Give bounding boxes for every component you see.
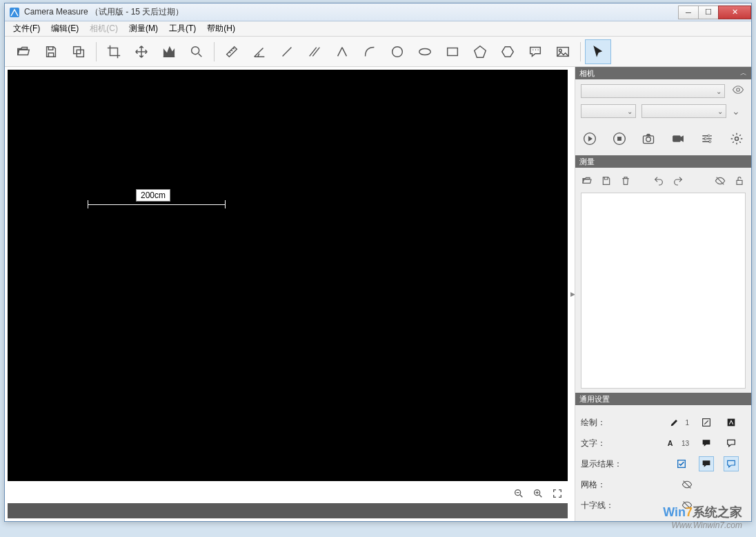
app-window: Camera Measure （试用版 - 15 天后过期） ─ ☐ ✕ 文件(…: [4, 3, 752, 522]
zoom-button[interactable]: [183, 39, 210, 64]
text-bubble-outline-button[interactable]: [724, 436, 739, 451]
close-button[interactable]: ✕: [718, 6, 751, 19]
zoom-out-button[interactable]: [513, 487, 525, 500]
expand-toggle[interactable]: ⌄: [732, 106, 746, 117]
select-tool-button[interactable]: [585, 39, 611, 64]
canvas-panel: 200cm: [5, 67, 570, 521]
measurement-ruler[interactable]: 200cm: [88, 199, 226, 210]
svg-point-21: [735, 137, 738, 141]
svg-point-8: [559, 49, 562, 52]
camera-settings-button[interactable]: [699, 130, 715, 147]
show-result-checkbox[interactable]: [674, 456, 689, 471]
chevron-up-icon: ︿: [740, 68, 747, 78]
measure-panel: [575, 168, 751, 393]
parallel-lines-button[interactable]: [301, 39, 328, 64]
font-button[interactable]: A: [664, 436, 679, 451]
canvas[interactable]: 200cm: [8, 70, 568, 481]
comment-tool-button[interactable]: [522, 39, 548, 64]
canvas-zoom-controls: [5, 484, 570, 503]
menu-file[interactable]: 文件(F): [8, 21, 46, 36]
record-button[interactable]: [670, 130, 686, 147]
undo-button[interactable]: [653, 175, 665, 187]
zoom-in-button[interactable]: [532, 487, 544, 500]
fullscreen-button[interactable]: [551, 487, 564, 500]
measure-list[interactable]: [581, 193, 746, 389]
title-bar[interactable]: Camera Measure （试用版 - 15 天后过期） ─ ☐ ✕: [5, 3, 751, 21]
text-label: 文字：: [581, 438, 636, 449]
arc-tool-button[interactable]: [357, 39, 383, 64]
crop-button[interactable]: [101, 39, 127, 64]
result-style-outline-button[interactable]: [724, 456, 739, 471]
menu-camera[interactable]: 相机(C): [84, 21, 123, 36]
histogram-button[interactable]: [156, 39, 182, 64]
measure-visibility-button[interactable]: [714, 175, 726, 187]
svg-point-4: [392, 46, 403, 57]
measurement-label: 200cm: [136, 189, 170, 202]
angle-tool-button[interactable]: [246, 39, 272, 64]
stop-button[interactable]: [612, 130, 628, 147]
svg-rect-6: [448, 48, 458, 55]
polygon-tool-button[interactable]: [495, 39, 521, 64]
watermark: Win7系统之家 Www.Winwin7.com: [663, 504, 742, 530]
status-bar: [8, 503, 568, 518]
ruler-tool-button[interactable]: [219, 39, 245, 64]
play-button[interactable]: [582, 130, 598, 147]
visibility-toggle[interactable]: [732, 84, 746, 99]
minimize-button[interactable]: ─: [678, 6, 699, 19]
camera-panel-header[interactable]: 相机︿: [575, 67, 751, 79]
svg-point-11: [737, 88, 740, 92]
circle-tool-button[interactable]: [384, 39, 410, 64]
polyline-tool-button[interactable]: [329, 39, 355, 64]
menu-edit[interactable]: 编辑(E): [46, 21, 84, 36]
grid-toggle[interactable]: [679, 477, 695, 492]
svg-text:A: A: [668, 439, 673, 447]
app-icon: [9, 7, 20, 18]
text-bubble-button[interactable]: [699, 436, 714, 451]
pen-size-button[interactable]: [667, 415, 682, 430]
measure-save-button[interactable]: [600, 175, 613, 187]
svg-rect-22: [737, 180, 742, 184]
svg-point-5: [419, 48, 431, 55]
snapshot-button[interactable]: [641, 130, 657, 147]
rectangle-tool-button[interactable]: [439, 39, 466, 64]
redo-button[interactable]: [672, 175, 684, 187]
measure-open-button[interactable]: [581, 175, 593, 187]
svg-point-3: [192, 46, 199, 54]
measure-panel-header[interactable]: 测量: [575, 155, 751, 168]
save-button[interactable]: [38, 39, 64, 64]
grid-label: 网格：: [581, 479, 636, 491]
camera-config-button[interactable]: [729, 130, 745, 147]
color-button[interactable]: [724, 415, 739, 430]
window-title: Camera Measure （试用版 - 15 天后过期）: [24, 6, 183, 18]
edit-button[interactable]: [699, 415, 714, 430]
move-button[interactable]: [128, 39, 155, 64]
menu-bar: 文件(F) 编辑(E) 相机(C) 测量(M) 工具(T) 帮助(H): [5, 21, 751, 37]
resolution-select-1[interactable]: ⌄: [581, 104, 636, 118]
crosshair-label: 十字线：: [581, 500, 636, 511]
side-panel: 相机︿ ⌄ ⌄ ⌄ ⌄: [575, 67, 751, 521]
menu-help[interactable]: 帮助(H): [201, 21, 241, 36]
settings-panel-header[interactable]: 通用设置: [575, 393, 751, 405]
resolution-select-2[interactable]: ⌄: [641, 104, 726, 118]
open-button[interactable]: [10, 39, 37, 64]
result-style-fill-button[interactable]: [699, 456, 714, 471]
pentagon-tool-button[interactable]: [467, 39, 493, 64]
line-tool-button[interactable]: [274, 39, 300, 64]
show-result-label: 显示结果：: [581, 458, 636, 470]
camera-panel: ⌄ ⌄ ⌄ ⌄: [575, 79, 751, 155]
svg-point-16: [646, 137, 651, 142]
measure-delete-button[interactable]: [619, 175, 632, 187]
measure-lock-button[interactable]: [733, 175, 746, 187]
svg-rect-17: [673, 136, 680, 141]
image-tool-button[interactable]: [550, 39, 576, 64]
camera-select[interactable]: ⌄: [581, 84, 725, 98]
menu-measure[interactable]: 测量(M): [123, 21, 163, 36]
menu-tools[interactable]: 工具(T): [163, 21, 201, 36]
copy-button[interactable]: [66, 39, 92, 64]
maximize-button[interactable]: ☐: [698, 6, 719, 19]
toolbar: [5, 37, 751, 67]
svg-rect-14: [617, 137, 621, 141]
ellipse-tool-button[interactable]: [412, 39, 438, 64]
draw-label: 绘制：: [581, 417, 636, 429]
